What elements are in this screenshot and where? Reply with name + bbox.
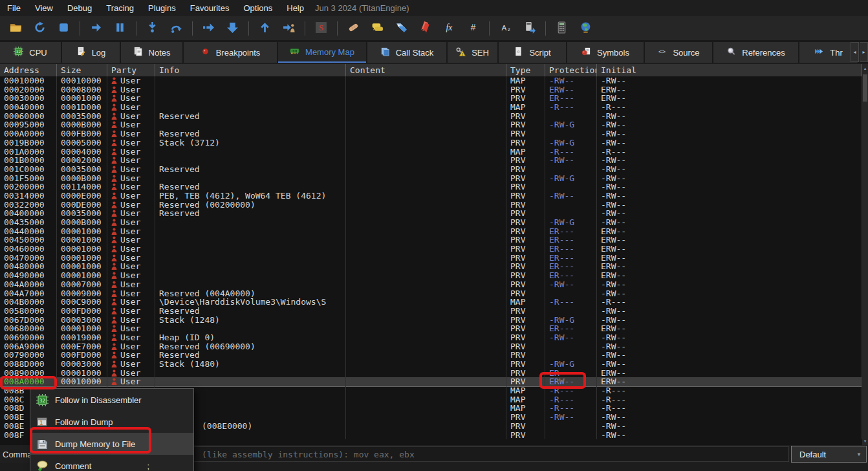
tab-call-stack[interactable]: Call Stack: [367, 42, 446, 63]
run-button[interactable]: [84, 19, 108, 38]
column-header-address[interactable]: Address: [0, 64, 57, 76]
table-row[interactable]: 00580000000FD000UserReservedPRV-RW--: [0, 307, 862, 316]
tab-memory-map[interactable]: Memory Map: [278, 42, 366, 63]
profile-dropdown[interactable]: Default ▼: [791, 446, 867, 463]
party-label: User: [120, 120, 140, 129]
cell-content: [346, 289, 506, 298]
table-row[interactable]: 0089000000001000UserPRVER---ERW--: [0, 369, 862, 378]
table-row[interactable]: 000950000000B000UserPRV-RW-G-RW--: [0, 120, 862, 129]
menu-item-dump-memory-to-file[interactable]: Dump Memory to File: [30, 433, 193, 455]
table-row[interactable]: 00790000000FD000UserReservedPRV-RW--: [0, 351, 862, 360]
tab-scroll-left-button[interactable]: ◂: [851, 42, 859, 62]
tab-breakpoints[interactable]: Breakpoints: [184, 42, 277, 63]
table-row[interactable]: 0068000000001000UserPRVER---ERW--: [0, 324, 862, 333]
tab-source[interactable]: <>Source: [645, 42, 712, 63]
pause-button[interactable]: [108, 19, 132, 38]
table-row[interactable]: 0045000000001000UserPRVER---ERW--: [0, 236, 862, 245]
table-row[interactable]: 0020000000114000UserReservedPRV-RW--: [0, 182, 862, 192]
column-header-size[interactable]: Size: [57, 64, 107, 76]
table-row[interactable]: 004A000000007000UserPRV-RW---RW--: [0, 280, 862, 289]
tab-thr[interactable]: Thr: [799, 42, 858, 63]
source-s-button[interactable]: S: [309, 19, 333, 38]
table-row[interactable]: 0088D00000003000UserStack (1480)PRV-RW-G…: [0, 360, 862, 369]
table-row[interactable]: 004B0000000C9000User\Device\HarddiskVolu…: [0, 298, 862, 307]
table-row[interactable]: 0003000000001000UserPRVER---ERW--: [0, 94, 862, 103]
table-row[interactable]: 004350000000B000UserPRV-RW-G-RW--: [0, 218, 862, 227]
column-header-party[interactable]: Party: [107, 64, 155, 76]
run-to-cursor-button[interactable]: [197, 19, 221, 38]
column-header-type[interactable]: Type: [506, 64, 545, 76]
table-row[interactable]: 0047000000001000UserPRVER---ERW--: [0, 254, 862, 263]
labels-button[interactable]: [389, 19, 413, 38]
scroll-up-icon[interactable]: ▴: [862, 64, 868, 72]
tab-symbols[interactable]: Symbols: [567, 42, 644, 63]
tab-notes[interactable]: Notes: [121, 42, 182, 63]
table-row[interactable]: 006A9000000E7000UserReserved (00690000)P…: [0, 342, 862, 351]
vertical-scrollbar[interactable]: ▴ ▾: [862, 64, 868, 445]
run-to-user-code-button[interactable]: [277, 19, 301, 38]
table-row[interactable]: 0048000000001000UserPRVER---ERW--: [0, 262, 862, 271]
menu-options[interactable]: Options: [236, 3, 279, 13]
column-header-initial[interactable]: Initial: [597, 64, 862, 76]
menu-item-follow-in-disassembler[interactable]: 32Follow in Disassembler: [30, 389, 193, 411]
menu-item-follow-in-dump[interactable]: 1Follow in Dump: [30, 411, 193, 433]
tab-log[interactable]: Log: [62, 42, 120, 63]
hash-button[interactable]: #: [461, 19, 485, 38]
table-row[interactable]: 0040000000035000UserReservedPRV-RW--: [0, 209, 862, 218]
step-over-button[interactable]: [164, 19, 188, 38]
tab-seh[interactable]: !SEH: [448, 42, 497, 63]
menu-view[interactable]: View: [28, 3, 60, 13]
table-row[interactable]: 004A700000009000UserReserved (004A0000)P…: [0, 289, 862, 298]
column-header-info[interactable]: Info: [155, 64, 346, 76]
functions-fx-button[interactable]: fx: [437, 19, 461, 38]
table-row[interactable]: 001A000000004000UserMAP-R----R---: [0, 148, 862, 157]
comments-button[interactable]: [365, 19, 389, 38]
menu-favourites[interactable]: Favourites: [183, 3, 237, 13]
menu-help[interactable]: Help: [279, 3, 311, 13]
party-label: User: [120, 227, 140, 236]
scroll-down-icon[interactable]: ▾: [862, 437, 868, 445]
svg-text:o: o: [517, 49, 520, 54]
step-into-button[interactable]: [140, 19, 164, 38]
table-row[interactable]: 0046000000001000UserPRVER---ERW--: [0, 245, 862, 254]
bookmarks-button[interactable]: [413, 19, 437, 38]
step-out-button[interactable]: [253, 19, 277, 38]
table-row[interactable]: 001F50000000B000UserPRV-RW-G-RW--: [0, 174, 862, 183]
menu-item-comment[interactable]: Comment;: [30, 455, 193, 471]
table-row[interactable]: 001C000000035000UserReservedPRV-RW--: [0, 165, 862, 174]
table-row[interactable]: 0067D00000003000UserStack (1248)PRV-RW-G…: [0, 316, 862, 325]
table-row[interactable]: 000400000001D000UserMAP-R----R---: [0, 103, 862, 112]
table-row[interactable]: 0001000000010000UserMAP-RW---RW--: [0, 76, 862, 85]
scrollbar-thumb[interactable]: [863, 74, 867, 102]
execute-till-return-button[interactable]: [221, 19, 244, 38]
menu-plugins[interactable]: Plugins: [141, 3, 183, 13]
column-header-protection[interactable]: Protection: [545, 64, 597, 76]
table-row[interactable]: 0049000000001000UserPRVER---ERW--: [0, 271, 862, 280]
table-row[interactable]: 001B000000002000UserPRV-RW---RW--: [0, 156, 862, 165]
open-folder-button[interactable]: [4, 19, 28, 38]
patch-button[interactable]: [342, 19, 365, 38]
table-row[interactable]: 000A0000000FB000UserReservedPRV-RW--: [0, 129, 862, 138]
column-header-content[interactable]: Content: [346, 64, 506, 76]
menu-debug[interactable]: Debug: [60, 3, 99, 13]
table-row[interactable]: 0006000000035000UserReservedPRV-RW--: [0, 112, 862, 121]
case-az-button[interactable]: Az: [494, 19, 517, 38]
tab-references[interactable]: References: [713, 42, 798, 63]
calculator-button[interactable]: [550, 19, 574, 38]
tab-script[interactable]: oScript: [499, 42, 566, 63]
table-row[interactable]: 00322000000DE000UserReserved (00200000)P…: [0, 201, 862, 210]
table-row[interactable]: 003140000000E000UserPEB, TEB (4612), WoW…: [0, 192, 862, 201]
table-row[interactable]: 008A000000010000UserPRVERW--ERW--: [0, 377, 862, 386]
stop-button[interactable]: [52, 19, 76, 38]
table-row[interactable]: 0069000000019000UserHeap (ID 0)PRV-RW---…: [0, 333, 862, 342]
table-row[interactable]: 0002000000008000UserPRVERW--ERW--: [0, 85, 862, 94]
tab-cpu[interactable]: 32CPU: [0, 42, 61, 63]
calculator-export-button[interactable]: [517, 19, 541, 38]
menu-file[interactable]: File: [0, 3, 28, 13]
menu-tracing[interactable]: Tracing: [99, 3, 141, 13]
tab-scroll-right-button[interactable]: ▸: [860, 42, 868, 62]
restart-button[interactable]: [28, 19, 52, 38]
internet-globe-button[interactable]: [574, 19, 598, 38]
table-row[interactable]: 0019B00000005000UserStack (3712)PRV-RW-G…: [0, 138, 862, 148]
table-row[interactable]: 0044000000001000UserPRVER---ERW--: [0, 227, 862, 236]
